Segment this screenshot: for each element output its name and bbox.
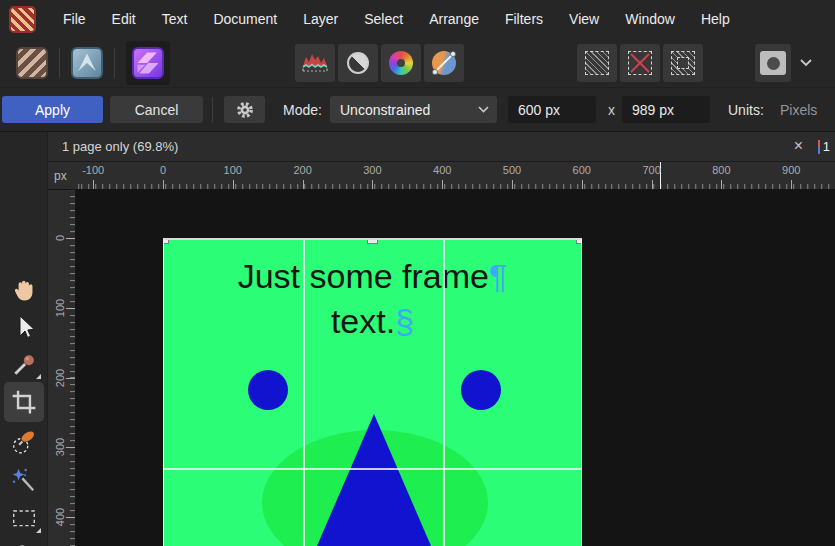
- dimension-separator: x: [608, 88, 615, 132]
- menu-text[interactable]: Text: [149, 0, 201, 38]
- frame-text-line1: Just some frame¶: [164, 254, 581, 299]
- persona-switcher: [16, 38, 170, 88]
- crop-width-field[interactable]: [508, 96, 596, 123]
- pilcrow-mark: ¶: [489, 257, 507, 295]
- crop-height-field[interactable]: [622, 96, 710, 123]
- left-circle-shape: [248, 370, 288, 410]
- menu-bar: File Edit Text Document Layer Select Arr…: [0, 0, 835, 38]
- toolbar-separator: [59, 48, 60, 78]
- toolbar-separator: [212, 97, 213, 122]
- crop-region[interactable]: Just some frame¶ text.§: [163, 238, 582, 546]
- liquify-icon[interactable]: [424, 44, 464, 82]
- quick-mask-icon[interactable]: [755, 44, 791, 82]
- photo-persona-icon[interactable]: [132, 47, 164, 79]
- menu-select[interactable]: Select: [351, 0, 416, 38]
- photo-persona-selected: [126, 41, 170, 85]
- crop-tool[interactable]: [0, 384, 48, 420]
- crop-context-toolbar: Apply Cancel Mode: Unconstrained x Units…: [0, 88, 835, 132]
- crop-handle-top-center[interactable]: [367, 238, 378, 244]
- crop-grid-line: [164, 468, 581, 470]
- menu-document[interactable]: Document: [200, 0, 290, 38]
- mode-label: Mode:: [283, 88, 322, 132]
- frame-text-line2: text.§: [164, 299, 581, 344]
- view-hand-tool[interactable]: [0, 272, 48, 308]
- color-picker-tool[interactable]: [0, 346, 48, 382]
- histogram-icon[interactable]: [295, 44, 335, 82]
- ruler-unit-label: px: [54, 169, 67, 183]
- designer-persona-icon[interactable]: [71, 47, 103, 79]
- crop-grid-line: [443, 240, 445, 546]
- photo-app-icon[interactable]: [16, 47, 48, 79]
- vertical-ruler[interactable]: 0100200300400: [48, 190, 76, 546]
- menu-edit[interactable]: Edit: [99, 0, 149, 38]
- tab-overflow-count[interactable]: 1: [823, 132, 830, 162]
- deselect-icon[interactable]: [620, 44, 660, 82]
- section-mark: §: [395, 302, 414, 340]
- document-tab-bar: 1 page only (69.8%) × 1: [48, 132, 835, 162]
- frame-text: Just some frame¶ text.§: [164, 254, 581, 344]
- menu-view[interactable]: View: [556, 0, 612, 38]
- selection-brush-tool[interactable]: [0, 424, 48, 460]
- color-wheel-icon[interactable]: [381, 44, 421, 82]
- document-tab[interactable]: 1 page only (69.8%): [62, 132, 178, 162]
- tone-mapping-icon[interactable]: [338, 44, 378, 82]
- move-tool[interactable]: [0, 309, 48, 345]
- mode-value: Unconstrained: [340, 102, 478, 118]
- toolbar-separator: [114, 48, 115, 78]
- units-value[interactable]: Pixels: [780, 88, 817, 132]
- chevron-down-icon: [478, 106, 489, 113]
- main-toolbar: [0, 38, 835, 88]
- apply-button[interactable]: Apply: [2, 96, 103, 123]
- mode-select[interactable]: Unconstrained: [330, 96, 497, 123]
- canvas-viewport[interactable]: Just some frame¶ text.§: [76, 190, 835, 546]
- menu-file[interactable]: File: [50, 0, 99, 38]
- crop-handle-top-left[interactable]: [163, 238, 169, 244]
- tab-overflow-stripe: [818, 140, 820, 154]
- menu-arrange[interactable]: Arrange: [416, 0, 492, 38]
- app-logo-icon[interactable]: [9, 6, 36, 33]
- crop-grid-line: [303, 240, 305, 546]
- units-label: Units:: [728, 88, 764, 132]
- crop-handle-top-right[interactable]: [576, 238, 582, 244]
- flood-fill-tool[interactable]: [0, 538, 48, 546]
- chevron-down-icon[interactable]: [795, 44, 817, 82]
- affinity-photo-window: File Edit Text Document Layer Select Arr…: [0, 0, 835, 546]
- menu-window[interactable]: Window: [612, 0, 688, 38]
- menu-items: File Edit Text Document Layer Select Arr…: [50, 0, 743, 38]
- right-circle-shape: [461, 370, 501, 410]
- tools-panel: [0, 132, 48, 546]
- menu-help[interactable]: Help: [688, 0, 743, 38]
- ruler-minor-ticks: [70, 190, 75, 546]
- marquee-select-tool[interactable]: [0, 500, 48, 536]
- select-all-icon[interactable]: [577, 44, 617, 82]
- menu-filters[interactable]: Filters: [492, 0, 556, 38]
- cancel-button[interactable]: Cancel: [110, 96, 203, 123]
- horizontal-ruler[interactable]: px -1000100200300400500600700800900: [48, 162, 835, 190]
- close-icon[interactable]: ×: [794, 132, 803, 160]
- flood-select-tool[interactable]: [0, 462, 48, 498]
- gear-icon[interactable]: [224, 96, 265, 123]
- invert-selection-icon[interactable]: [663, 44, 703, 82]
- menu-layer[interactable]: Layer: [290, 0, 351, 38]
